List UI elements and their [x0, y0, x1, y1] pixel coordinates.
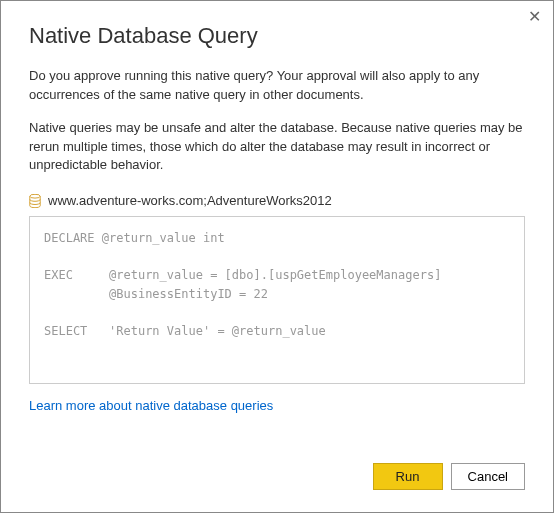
button-row: Run Cancel: [1, 463, 553, 512]
cancel-button[interactable]: Cancel: [451, 463, 525, 490]
database-icon: [29, 194, 41, 208]
svg-point-0: [30, 194, 40, 198]
run-button[interactable]: Run: [373, 463, 443, 490]
database-row: www.adventure-works.com;AdventureWorks20…: [29, 193, 525, 208]
close-icon[interactable]: ✕: [528, 9, 541, 25]
warning-text: Native queries may be unsafe and alter t…: [29, 119, 525, 176]
dialog-content: Native Database Query Do you approve run…: [1, 1, 553, 436]
query-preview: DECLARE @return_value int EXEC @return_v…: [29, 216, 525, 384]
dialog-title: Native Database Query: [29, 23, 525, 49]
database-name: www.adventure-works.com;AdventureWorks20…: [48, 193, 332, 208]
learn-more-link[interactable]: Learn more about native database queries: [29, 398, 273, 413]
approval-text: Do you approve running this native query…: [29, 67, 525, 105]
